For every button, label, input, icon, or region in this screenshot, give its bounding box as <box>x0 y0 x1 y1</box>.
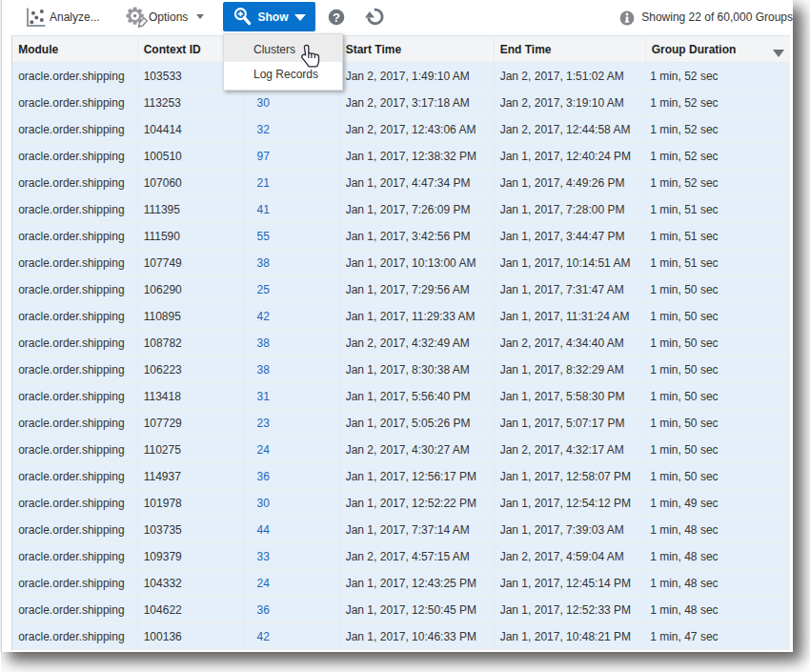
svg-text:?: ? <box>333 10 340 25</box>
